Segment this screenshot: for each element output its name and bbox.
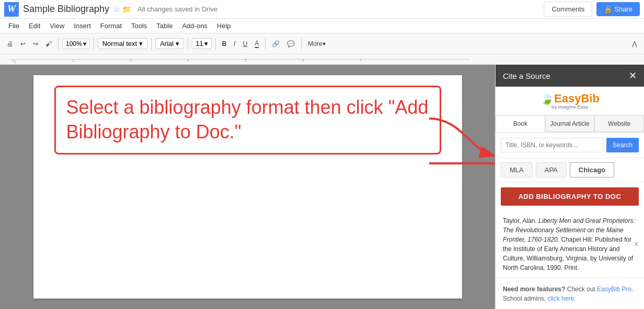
menu-format[interactable]: Format — [96, 20, 126, 31]
arrow-2 — [429, 148, 496, 189]
italic-button[interactable]: I — [231, 39, 238, 49]
folder-icon[interactable]: 📁 — [122, 5, 131, 14]
lock-icon: 🔒 — [604, 5, 612, 13]
toolbar: 🖨 ↩ ↪ 🖌 100% ▾ Normal text ▾ Arial ▾ 11 … — [0, 33, 644, 54]
menu-tools[interactable]: Tools — [127, 20, 151, 31]
search-area: Search — [496, 133, 644, 158]
menu-help[interactable]: Help — [213, 20, 235, 31]
separator-4 — [188, 38, 188, 50]
easybib-pro-link[interactable]: EasyBib Pro — [597, 286, 631, 293]
font-size-value: 11 — [196, 40, 203, 47]
comments-button[interactable]: Comments — [544, 2, 592, 17]
separator-3 — [151, 38, 152, 50]
menu-file[interactable]: File — [4, 20, 24, 31]
font-value: Arial — [160, 40, 174, 47]
easybib-leaf-icon: 🍃 — [540, 92, 554, 105]
search-input[interactable] — [501, 138, 603, 152]
comment-inline-button[interactable]: 💬 — [284, 39, 297, 49]
footer-label: Need more features? — [503, 286, 565, 293]
more-button[interactable]: More ▾ — [305, 39, 328, 49]
menu-view[interactable]: View — [45, 20, 68, 31]
collapse-toolbar-button[interactable]: ⋀ — [629, 39, 640, 49]
source-tab-book[interactable]: Book — [496, 115, 545, 132]
doc-title: Sample Bibliography — [23, 4, 109, 15]
sidebar-close-button[interactable]: ✕ — [629, 70, 637, 81]
zoom-value: 100% — [66, 40, 82, 47]
paragraph-style-value: Normal text — [102, 40, 137, 47]
font-select[interactable]: Arial ▾ — [155, 38, 184, 49]
document-page[interactable]: Select a bibliography format then click … — [33, 75, 462, 299]
paragraph-style-chevron: ▾ — [139, 40, 143, 47]
more-chevron: ▾ — [323, 40, 326, 47]
paint-format-button[interactable]: 🖌 — [43, 39, 54, 49]
sidebar-footer: Need more features? Check out EasyBib Pr… — [496, 278, 644, 309]
source-tab-journal[interactable]: Journal Article — [545, 115, 595, 132]
separator-7 — [301, 38, 302, 50]
sidebar-title: Cite a Source — [503, 72, 550, 80]
link-button[interactable]: 🔗 — [269, 39, 282, 49]
format-tab-mla[interactable]: MLA — [501, 162, 533, 177]
svg-text:4: 4 — [187, 58, 189, 62]
app-icon: W — [4, 2, 19, 17]
svg-text:|: | — [15, 59, 16, 64]
sidebar: Cite a Source ✕ 🍃EasyBib by Imagine Easy… — [495, 65, 644, 309]
star-icon[interactable]: ☆ — [113, 5, 120, 14]
zoom-chevron: ▾ — [83, 40, 86, 47]
paragraph-style-select[interactable]: Normal text ▾ — [98, 38, 147, 49]
separator-1 — [58, 38, 59, 50]
menu-table[interactable]: Table — [152, 20, 177, 31]
menu-edit[interactable]: Edit — [25, 20, 44, 31]
svg-text:2: 2 — [72, 58, 74, 62]
sidebar-header: Cite a Source ✕ — [496, 65, 644, 87]
undo-button[interactable]: ↩ — [18, 39, 28, 49]
add-bibliography-button[interactable]: ADD BIBLIOGRAPHY TO DOC — [501, 187, 639, 206]
easybib-logo: 🍃EasyBib by Imagine Easy — [496, 87, 644, 115]
bold-button[interactable]: B — [220, 39, 229, 49]
easybib-logo-text: EasyBib — [554, 92, 600, 105]
format-tab-apa[interactable]: APA — [536, 162, 567, 177]
format-tab-chicago[interactable]: Chicago — [570, 162, 614, 177]
source-tab-website[interactable]: Website — [594, 115, 644, 132]
citation-delete-button[interactable]: × — [634, 240, 639, 249]
svg-text:5: 5 — [245, 58, 247, 62]
ruler: | 1 2 3 4 5 6 7 — [0, 54, 644, 65]
font-size-select[interactable]: 11 ▾ — [192, 38, 211, 49]
share-button[interactable]: 🔒 Share — [596, 2, 640, 16]
footer-text: Check out — [565, 286, 597, 293]
format-tabs: MLA APA Chicago — [496, 158, 644, 182]
redo-button[interactable]: ↪ — [30, 39, 41, 49]
annotation-text: Select a bibliography format then click … — [66, 96, 429, 145]
citation-entry: Taylor, Alan. Liberty Men and Great Prop… — [496, 211, 644, 278]
menu-bar: File Edit View Insert Format Tools Table… — [0, 19, 644, 33]
click-here-link[interactable]: click here. — [547, 295, 576, 302]
document-area: Select a bibliography format then click … — [0, 65, 495, 309]
svg-text:1: 1 — [12, 58, 14, 62]
citation-author: Taylor, Alan. — [503, 217, 538, 224]
menu-insert[interactable]: Insert — [70, 20, 95, 31]
separator-6 — [265, 38, 266, 50]
separator-5 — [215, 38, 216, 50]
text-color-button[interactable]: A — [252, 38, 261, 50]
source-tabs: Book Journal Article Website — [496, 115, 644, 133]
easybib-byline: by Imagine Easy — [501, 104, 639, 110]
zoom-control[interactable]: 100% ▾ — [62, 39, 90, 49]
svg-text:3: 3 — [130, 58, 132, 62]
search-button[interactable]: Search — [606, 138, 639, 152]
print-button[interactable]: 🖨 — [4, 39, 16, 49]
separator-2 — [94, 38, 94, 50]
annotation-box: Select a bibliography format then click … — [54, 86, 441, 154]
menu-addons[interactable]: Add-ons — [178, 20, 211, 31]
svg-text:6: 6 — [302, 58, 304, 62]
autosave-status: All changes saved in Drive — [137, 5, 544, 13]
font-size-chevron: ▾ — [204, 40, 208, 47]
font-chevron: ▾ — [176, 40, 179, 47]
ruler-svg: | 1 2 3 4 5 6 7 — [9, 55, 469, 64]
svg-text:7: 7 — [360, 58, 362, 62]
underline-button[interactable]: U — [240, 39, 250, 49]
